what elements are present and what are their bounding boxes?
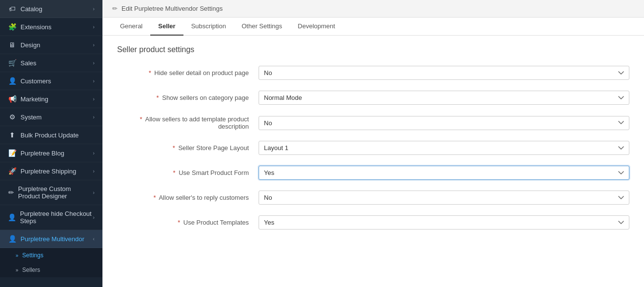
label-store-layout: * Seller Store Page Layout (117, 144, 259, 152)
sidebar-item-label: Purpletree Multivendor (20, 235, 84, 243)
control-allow-template: No Yes (259, 116, 629, 130)
bullet-icon: » (16, 253, 19, 258)
tab-subscription[interactable]: Subscription (183, 18, 234, 36)
bulk-update-icon: ⬆ (8, 131, 17, 139)
edit-icon: ✏ (112, 5, 118, 12)
tab-seller[interactable]: Seller (150, 18, 183, 36)
control-reply-customers: No Yes (259, 191, 629, 205)
content-area: General Seller Subscription Other Settin… (102, 18, 644, 287)
select-store-layout[interactable]: Layout 1 Layout 2 (259, 141, 629, 155)
tab-development[interactable]: Development (290, 18, 343, 36)
select-allow-template[interactable]: No Yes (259, 116, 629, 130)
tab-general[interactable]: General (112, 18, 150, 36)
control-store-layout: Layout 1 Layout 2 (259, 141, 629, 155)
sidebar-item-purpletree-hide-checkout[interactable]: 👤 Purpletree hide Checkout Steps › (0, 205, 102, 230)
label-product-templates: * Use Product Templates (117, 219, 259, 226)
sidebar-item-label: Extensions (20, 23, 52, 31)
custom-product-icon: ✏ (8, 189, 14, 196)
sidebar-item-label: Design (20, 41, 40, 49)
required-marker: * (173, 169, 176, 176)
sales-icon: 🛒 (8, 59, 17, 67)
sidebar-item-purpletree-blog[interactable]: 📝 Purpletree Blog › (0, 144, 102, 162)
chevron-right-icon: › (93, 214, 95, 220)
form-row-hide-seller-detail: * Hide seller detail on product page No … (117, 66, 629, 82)
sidebar-item-label: Customers (20, 77, 51, 85)
label-smart-product-form: * Use Smart Product Form (117, 169, 259, 176)
sidebar-item-bulk-product-update[interactable]: ⬆ Bulk Product Update (0, 126, 102, 144)
form-row-allow-template: * Allow sellers to add template product … (117, 115, 629, 132)
control-show-sellers-category: Normal Mode Disabled Popup Mode (259, 91, 629, 105)
form-content: Seller product settings * Hide seller de… (102, 36, 644, 250)
sidebar-item-sales[interactable]: 🛒 Sales › (0, 54, 102, 72)
chevron-right-icon: › (93, 42, 95, 48)
design-icon: 🖥 (8, 41, 17, 49)
required-marker: * (140, 115, 142, 123)
sidebar-item-purpletree-shipping[interactable]: 🚀 Purpletree Shipping › (0, 162, 102, 180)
sidebar: 🏷 Catalog › 🧩 Extensions › 🖥 Design › 🛒 … (0, 0, 102, 287)
form-row-reply-customers: * Allow seller's to reply customers No Y… (117, 191, 629, 207)
required-marker: * (173, 144, 175, 152)
customers-icon: 👤 (8, 77, 17, 85)
system-icon: ⚙ (8, 113, 17, 121)
sidebar-submenu-multivendor: » Settings » Sellers (0, 248, 102, 277)
label-show-sellers-category: * Show sellers on category page (117, 94, 259, 101)
sidebar-item-system[interactable]: ⚙ System › (0, 108, 102, 126)
select-smart-product-form[interactable]: Yes No (259, 166, 629, 180)
form-row-product-templates: * Use Product Templates Yes No (117, 215, 629, 231)
chevron-right-icon: › (93, 78, 95, 84)
select-hide-seller-detail[interactable]: No Yes (259, 66, 629, 80)
sidebar-item-label: Purpletree Custom Product Designer (18, 185, 93, 200)
tab-other-settings[interactable]: Other Settings (234, 18, 290, 36)
sidebar-item-purpletree-multivendor[interactable]: 👤 Purpletree Multivendor ‹ (0, 230, 102, 248)
select-product-templates[interactable]: Yes No (259, 215, 629, 230)
sidebar-item-customers[interactable]: 👤 Customers › (0, 72, 102, 90)
control-hide-seller-detail: No Yes (259, 66, 629, 80)
required-marker: * (149, 69, 151, 77)
sidebar-item-label: Bulk Product Update (20, 132, 79, 139)
chevron-right-icon: › (93, 6, 95, 12)
chevron-right-icon: › (93, 24, 95, 30)
control-smart-product-form: Yes No (259, 166, 629, 180)
chevron-right-icon: › (93, 96, 95, 102)
sidebar-item-label: Purpletree Shipping (20, 168, 76, 175)
shipping-icon: 🚀 (8, 167, 17, 175)
sidebar-item-label: Catalog (20, 5, 42, 13)
section-title: Seller product settings (117, 45, 629, 54)
control-product-templates: Yes No (259, 215, 629, 230)
required-marker: * (178, 219, 180, 226)
sidebar-item-extensions[interactable]: 🧩 Extensions › (0, 18, 102, 36)
page-title: Edit Purpletree Multivendor Settings (121, 5, 222, 12)
chevron-right-icon: › (93, 60, 95, 66)
chevron-right-icon: ‹ (93, 236, 95, 242)
sidebar-item-label: System (20, 114, 41, 121)
chevron-right-icon: › (93, 168, 95, 174)
form-row-store-layout: * Seller Store Page Layout Layout 1 Layo… (117, 141, 629, 157)
sidebar-item-marketing[interactable]: 📢 Marketing › (0, 90, 102, 108)
extensions-icon: 🧩 (8, 23, 17, 31)
sidebar-item-label: Purpletree hide Checkout Steps (20, 210, 93, 225)
label-hide-seller-detail: * Hide seller detail on product page (117, 69, 259, 77)
label-allow-template: * Allow sellers to add template product … (117, 115, 259, 130)
catalog-icon: 🏷 (8, 5, 17, 13)
marketing-icon: 📢 (8, 95, 17, 103)
bullet-icon: » (16, 268, 19, 273)
required-marker: * (157, 94, 159, 101)
chevron-right-icon: › (93, 190, 95, 195)
sidebar-item-purpletree-custom-product[interactable]: ✏ Purpletree Custom Product Designer › (0, 180, 102, 205)
sidebar-subitem-settings[interactable]: » Settings (0, 248, 102, 263)
sidebar-subitem-sellers[interactable]: » Sellers (0, 263, 102, 277)
chevron-right-icon: › (93, 114, 95, 120)
blog-icon: 📝 (8, 149, 17, 157)
sidebar-item-catalog[interactable]: 🏷 Catalog › (0, 0, 102, 18)
select-reply-customers[interactable]: No Yes (259, 191, 629, 205)
sidebar-item-design[interactable]: 🖥 Design › (0, 36, 102, 54)
sidebar-item-label: Marketing (20, 96, 48, 103)
sidebar-item-label: Purpletree Blog (20, 150, 64, 157)
subitem-label: Settings (22, 252, 43, 259)
tabs-bar: General Seller Subscription Other Settin… (102, 18, 644, 36)
subitem-label: Sellers (22, 267, 40, 273)
select-show-sellers-category[interactable]: Normal Mode Disabled Popup Mode (259, 91, 629, 105)
form-row-show-sellers-category: * Show sellers on category page Normal M… (117, 91, 629, 107)
form-row-smart-product-form: * Use Smart Product Form Yes No (117, 166, 629, 182)
page-header: ✏ Edit Purpletree Multivendor Settings (102, 0, 644, 18)
